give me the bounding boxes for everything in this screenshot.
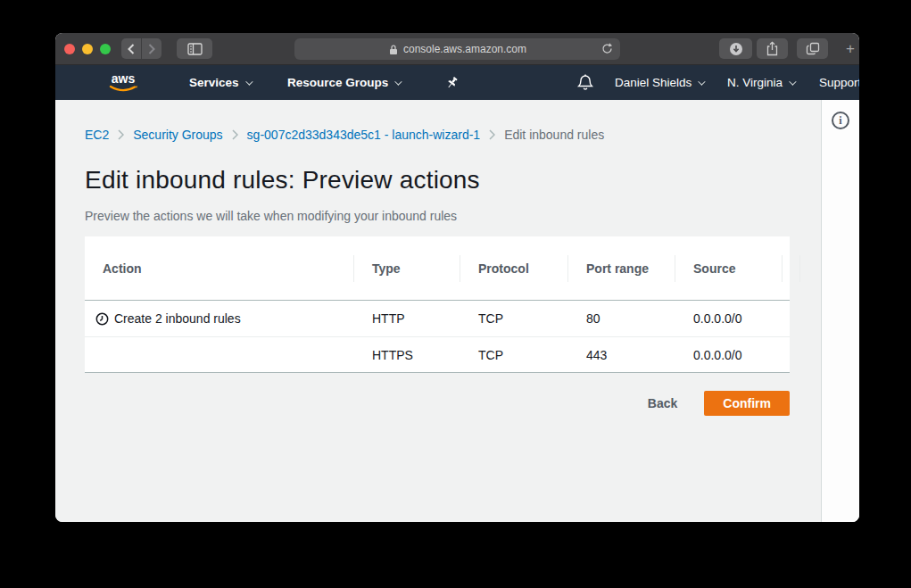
aws-logo-icon: aws xyxy=(105,71,141,95)
chevron-left-icon xyxy=(126,43,137,55)
chevron-down-icon xyxy=(245,78,253,85)
breadcrumb-security-group-id[interactable]: sg-007c2d33d343de5c1 - launch-wizard-1 xyxy=(247,128,481,142)
column-header-action: Action xyxy=(85,236,354,300)
browser-back-button[interactable] xyxy=(121,38,141,59)
preview-actions-table: Action Type Protocol Port range Source C… xyxy=(85,236,790,373)
downloads-button[interactable] xyxy=(719,38,752,59)
breadcrumb-ec2[interactable]: EC2 xyxy=(85,128,109,142)
action-label: Create 2 inbound rules xyxy=(114,311,241,326)
column-header-source: Source xyxy=(675,236,783,300)
protocol-cell: TCP xyxy=(460,311,568,326)
protocol-cell: TCP xyxy=(460,348,568,362)
column-header-type: Type xyxy=(354,236,460,300)
traffic-lights xyxy=(64,44,111,54)
action-cell: Create 2 inbound rules xyxy=(85,311,354,326)
browser-forward-button[interactable] xyxy=(142,38,161,59)
chevron-down-icon xyxy=(789,78,796,85)
account-name-label: Daniel Shields xyxy=(615,76,692,89)
sidebar-toggle-button[interactable] xyxy=(177,38,212,59)
aws-logo[interactable]: aws xyxy=(105,65,141,100)
aws-navbar: aws Services Resource Groups xyxy=(55,65,859,100)
port-range-cell: 443 xyxy=(568,348,675,362)
reload-icon[interactable] xyxy=(600,42,614,55)
port-range-cell: 80 xyxy=(568,311,675,326)
table-body: Create 2 inbound rules HTTP TCP 80 0.0.0… xyxy=(85,301,790,373)
minimize-window-button[interactable] xyxy=(82,44,93,54)
chevron-right-icon xyxy=(146,43,157,55)
breadcrumb-separator-icon xyxy=(232,129,238,140)
type-cell: HTTP xyxy=(354,311,460,326)
nav-notifications[interactable] xyxy=(576,65,594,100)
column-header-spacer xyxy=(783,236,800,300)
column-header-port-range: Port range xyxy=(568,236,675,300)
page-content: i EC2 Security Groups sg-007c2d33d343de5… xyxy=(55,100,859,522)
page-subtitle: Preview the actions we will take when mo… xyxy=(85,209,457,223)
new-tab-button[interactable]: + xyxy=(846,41,855,56)
tab-overview-button[interactable] xyxy=(797,38,828,59)
browser-titlebar: console.aws.amazon.com xyxy=(55,33,859,65)
nav-region-menu[interactable]: N. Virginia xyxy=(727,65,794,100)
table-header-row: Action Type Protocol Port range Source xyxy=(85,236,790,301)
download-icon xyxy=(729,42,743,56)
breadcrumb-separator-icon xyxy=(489,129,495,140)
source-cell: 0.0.0.0/0 xyxy=(675,311,783,326)
chevron-down-icon xyxy=(394,78,402,85)
info-icon[interactable]: i xyxy=(832,112,849,129)
tabs-icon xyxy=(806,42,820,55)
back-button[interactable]: Back xyxy=(648,396,677,410)
nav-services[interactable]: Services xyxy=(189,65,251,100)
page-title: Edit inbound rules: Preview actions xyxy=(85,166,480,195)
sidebar-icon xyxy=(187,43,203,55)
zoom-window-button[interactable] xyxy=(100,44,111,54)
services-label: Services xyxy=(189,76,239,89)
nav-support-menu[interactable]: Support xyxy=(819,65,859,100)
lock-icon xyxy=(388,44,399,55)
nav-pinned-shortcut[interactable] xyxy=(445,65,459,100)
close-window-button[interactable] xyxy=(64,44,75,54)
browser-window: console.aws.amazon.com xyxy=(55,33,859,522)
form-actions: Back Confirm xyxy=(85,391,790,416)
support-label: Support xyxy=(819,76,859,89)
column-header-protocol: Protocol xyxy=(460,236,568,300)
resource-groups-label: Resource Groups xyxy=(287,76,388,89)
breadcrumb-current: Edit inbound rules xyxy=(504,128,604,142)
region-label: N. Virginia xyxy=(727,76,783,89)
clock-pending-icon xyxy=(95,312,109,326)
nav-account-menu[interactable]: Daniel Shields xyxy=(615,65,703,100)
table-row: HTTPS TCP 443 0.0.0.0/0 xyxy=(85,336,790,372)
bell-icon xyxy=(576,73,594,92)
type-cell: HTTPS xyxy=(354,348,460,362)
breadcrumb: EC2 Security Groups sg-007c2d33d343de5c1… xyxy=(85,128,604,142)
share-icon xyxy=(766,41,779,56)
share-button[interactable] xyxy=(757,38,788,59)
address-bar[interactable]: console.aws.amazon.com xyxy=(294,38,620,60)
svg-text:aws: aws xyxy=(112,71,136,86)
help-panel-rail: i xyxy=(821,100,859,522)
confirm-button[interactable]: Confirm xyxy=(704,391,790,416)
table-row: Create 2 inbound rules HTTP TCP 80 0.0.0… xyxy=(85,301,790,336)
nav-resource-groups[interactable]: Resource Groups xyxy=(287,65,400,100)
breadcrumb-separator-icon xyxy=(118,129,124,140)
breadcrumb-security-groups[interactable]: Security Groups xyxy=(133,128,222,142)
pushpin-icon xyxy=(445,76,459,90)
chevron-down-icon xyxy=(698,78,705,85)
url-text: console.aws.amazon.com xyxy=(403,43,526,55)
source-cell: 0.0.0.0/0 xyxy=(675,348,783,362)
